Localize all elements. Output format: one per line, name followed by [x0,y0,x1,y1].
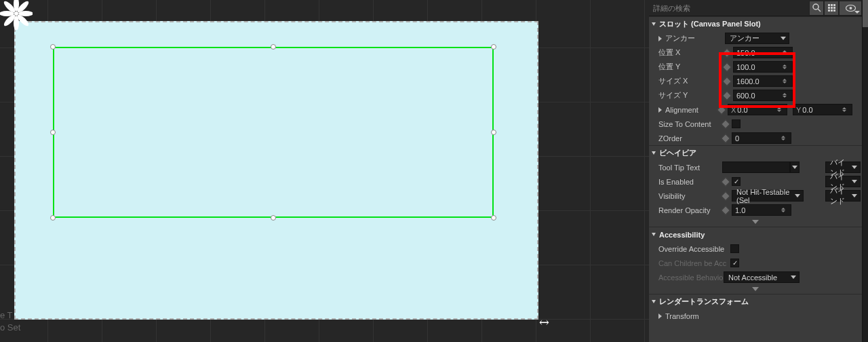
reset-icon[interactable] [721,119,730,128]
alignment-label: Alignment [665,106,715,114]
selected-widget-outline[interactable] [53,47,494,218]
category-slot[interactable]: スロット (Canvas Panel Slot) [649,16,862,31]
is-enabled-label: Is Enabled [658,178,719,186]
view-options-button[interactable] [839,1,862,16]
position-y-label: 位置 Y [658,62,721,72]
truncated-label: e T o Set [0,309,20,334]
svg-rect-17 [828,10,830,12]
resize-handle-ne[interactable] [491,44,496,50]
can-children-checkbox[interactable]: ✓ [730,259,739,267]
search-icon[interactable] [809,1,824,16]
position-y-field[interactable]: 100.0 [733,61,793,73]
size-y-field[interactable]: 600.0 [733,90,793,101]
resize-handle-e[interactable] [491,130,496,135]
svg-rect-15 [831,7,833,9]
svg-point-0 [14,12,18,16]
override-accessible-checkbox[interactable] [730,244,739,253]
render-opacity-label: Render Opacity [658,206,719,214]
size-x-label: サイズ X [658,76,721,86]
svg-rect-14 [828,7,830,9]
bind-button[interactable]: バインド [825,190,861,202]
reset-icon[interactable] [721,176,730,186]
svg-rect-16 [833,7,835,9]
accessible-behavior-label: Accessible Behavior [658,273,724,282]
resize-handle-se[interactable] [491,215,496,221]
reset-icon[interactable] [721,133,730,142]
anchors-dropdown[interactable]: アンカー [725,33,789,44]
anchor-origin-icon [0,0,33,30]
transform-label: Transform [665,312,725,320]
expand-icon[interactable] [658,107,662,113]
tooltip-field[interactable] [722,162,790,173]
size-x-field[interactable]: 1600.0 [733,75,793,87]
svg-rect-12 [831,4,833,6]
svg-rect-11 [828,4,830,6]
category-render-transform[interactable]: レンダートランスフォーム [649,294,862,309]
can-children-label: Can Children be Acc [658,259,730,267]
canvas-viewport[interactable]: ⤢ e T o Set [0,0,649,342]
resize-handle-s[interactable] [271,215,276,221]
category-accessibility[interactable]: Accessibility [649,227,862,242]
scrollbar[interactable] [862,0,868,342]
reset-icon[interactable] [722,76,732,86]
anchors-label: アンカー [665,33,725,43]
alignment-y-field[interactable]: Y0.0 [793,104,852,115]
resize-handle-w[interactable] [50,130,56,135]
override-accessible-label: Override Accessible [658,245,730,253]
visibility-label: Visibility [658,192,719,200]
details-panel: スロット (Canvas Panel Slot) アンカー アンカー 位置 X … [649,0,868,342]
reset-icon[interactable] [721,205,730,214]
resize-handle-n[interactable] [271,44,276,50]
reset-icon[interactable] [722,48,732,57]
expand-icon[interactable] [658,36,662,41]
size-y-label: サイズ Y [658,90,721,100]
position-x-field[interactable]: 150.0 [733,47,793,58]
svg-point-9 [813,4,818,10]
svg-rect-19 [833,10,835,12]
tooltip-localize-dropdown[interactable] [790,162,800,173]
property-matrix-icon[interactable] [824,1,839,16]
is-enabled-checkbox[interactable]: ✓ [732,177,741,186]
alignment-x-field[interactable]: X0.0 [728,104,787,115]
size-to-content-label: Size To Content [658,120,719,128]
render-opacity-field[interactable]: 1.0 [732,204,791,216]
reset-icon[interactable] [722,62,732,71]
zorder-label: ZOrder [658,134,719,142]
svg-rect-18 [831,10,833,12]
zorder-field[interactable]: 0 [732,132,791,144]
position-x-label: 位置 X [658,48,721,58]
accessible-behavior-dropdown[interactable]: Not Accessible [724,271,800,283]
reset-icon[interactable] [721,191,730,200]
svg-point-21 [849,7,852,10]
scrollbar-thumb[interactable] [863,0,868,27]
size-to-content-checkbox[interactable] [732,119,741,128]
reset-icon[interactable] [717,104,726,114]
show-advanced-icon[interactable] [649,217,862,227]
show-advanced-icon[interactable] [649,284,862,294]
svg-rect-13 [833,4,835,6]
svg-line-10 [818,9,821,12]
search-input[interactable] [649,1,809,16]
visibility-dropdown[interactable]: Not Hit-Testable (Sel [732,190,804,202]
expand-icon[interactable] [658,314,662,319]
tooltip-label: Tool Tip Text [658,164,722,172]
reset-icon[interactable] [722,90,732,100]
resize-handle-nw[interactable] [50,44,56,50]
resize-handle-sw[interactable] [50,215,56,221]
